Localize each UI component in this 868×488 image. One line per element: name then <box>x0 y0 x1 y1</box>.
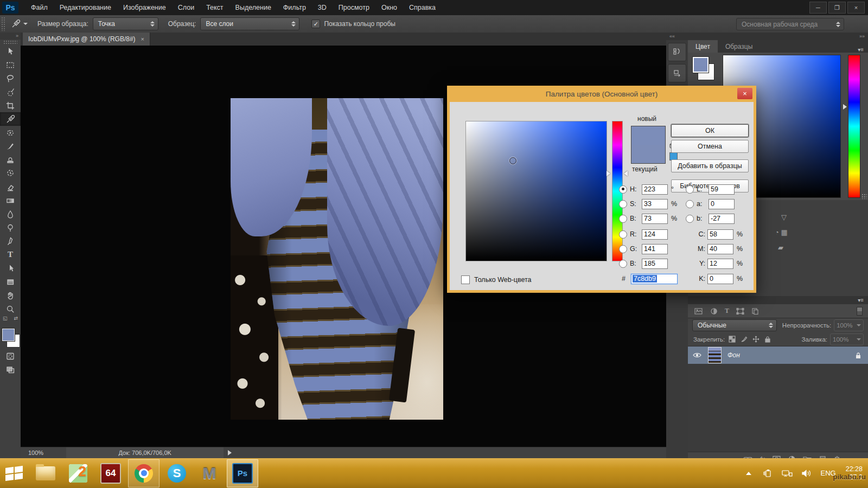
dock-collapse-right-icon[interactable]: »» <box>859 33 865 40</box>
clone-stamp-tool[interactable] <box>0 153 21 166</box>
taskbar-2gis[interactable]: 2 <box>63 460 93 487</box>
opacity-dropdown[interactable]: 100% <box>834 319 864 331</box>
filter-smart-objects-icon[interactable] <box>751 307 759 315</box>
network-icon[interactable] <box>782 470 793 477</box>
panel-resize-grip[interactable] <box>861 194 867 199</box>
eyedropper-tool[interactable] <box>0 112 21 126</box>
move-tool[interactable] <box>0 44 21 58</box>
l-radio[interactable] <box>686 185 694 194</box>
panel-menu-icon[interactable]: ▾≡ <box>858 47 864 53</box>
panel-hue-marker[interactable] <box>843 104 847 110</box>
bb-input[interactable] <box>709 214 735 224</box>
menu-image[interactable]: Изображение <box>117 0 172 15</box>
spot-healing-brush-tool[interactable] <box>0 126 21 139</box>
start-button[interactable] <box>0 458 28 488</box>
lasso-tool[interactable] <box>0 72 21 85</box>
rectangular-marquee-tool[interactable] <box>0 58 21 72</box>
lock-all-icon[interactable] <box>764 336 771 343</box>
clock[interactable]: 22:28 27.0 pikabu.ru <box>846 465 863 481</box>
dock-collapse-left-icon[interactable]: «« <box>669 33 675 40</box>
layer-row-background[interactable]: Фон <box>688 346 868 364</box>
k-input[interactable] <box>707 274 733 284</box>
l-input[interactable] <box>709 184 735 195</box>
menu-layers[interactable]: Слои <box>172 0 200 15</box>
adjustment-gradient-icon[interactable]: ▰ <box>778 243 783 252</box>
h-input[interactable] <box>642 184 668 195</box>
layer-thumbnail[interactable] <box>708 347 722 363</box>
fill-dropdown[interactable]: 100% <box>830 333 864 345</box>
lock-pixels-icon[interactable] <box>741 336 748 343</box>
c-input[interactable] <box>707 229 733 240</box>
status-arrow-icon[interactable] <box>228 450 232 455</box>
g-input[interactable] <box>642 244 668 254</box>
adjustment-triangle-icon[interactable]: ▽ <box>781 213 787 221</box>
quick-selection-tool[interactable] <box>0 85 21 99</box>
color-field[interactable] <box>465 121 607 261</box>
adjustment-circle-icon[interactable]: ◔ ▦ <box>775 228 788 236</box>
m-input[interactable] <box>707 244 733 254</box>
taskbar-miranda[interactable]: M <box>194 460 225 487</box>
eraser-tool[interactable] <box>0 180 21 194</box>
type-tool[interactable]: T <box>0 248 21 261</box>
default-swap-colors-icons[interactable]: ◱⇄ <box>0 316 21 323</box>
layer-filtering-toggle[interactable] <box>857 307 863 316</box>
workspace-dropdown[interactable]: Основная рабочая среда <box>736 18 844 30</box>
lock-position-icon[interactable] <box>752 336 760 343</box>
sample-size-dropdown[interactable]: Точка <box>93 17 158 30</box>
rectangle-shape-tool[interactable] <box>0 275 21 288</box>
taskbar-aida64[interactable]: 64 <box>95 460 126 487</box>
r-input[interactable] <box>642 229 668 240</box>
web-only-checkbox[interactable] <box>461 275 470 284</box>
minimize-button[interactable]: ─ <box>809 2 827 14</box>
b-radio[interactable] <box>619 215 627 223</box>
tools-collapse-arrows[interactable]: » <box>0 33 21 40</box>
gradient-tool[interactable] <box>0 194 21 207</box>
cancel-button[interactable]: Отмена <box>671 140 749 153</box>
quick-mask-button[interactable] <box>0 349 21 363</box>
taskbar-photoshop[interactable]: Ps <box>227 459 258 487</box>
b2-radio[interactable] <box>619 260 627 268</box>
history-brush-tool[interactable] <box>0 166 21 180</box>
add-to-swatches-button[interactable]: Добавить в образцы <box>671 159 749 172</box>
menu-edit[interactable]: Редактирование <box>54 0 117 15</box>
b2-input[interactable] <box>642 259 668 269</box>
panel-hue-slider[interactable] <box>848 55 860 198</box>
zoom-tool[interactable] <box>0 302 21 316</box>
menu-view[interactable]: Просмотр <box>333 0 375 15</box>
filter-pixel-layers-icon[interactable] <box>694 307 703 315</box>
path-selection-tool[interactable] <box>0 261 21 275</box>
blend-mode-dropdown[interactable]: Обычные <box>692 319 777 331</box>
taskbar-skype[interactable]: S <box>162 460 192 487</box>
filter-type-layers-icon[interactable]: T <box>725 307 729 315</box>
show-ring-checkbox[interactable]: ✓ <box>311 20 320 28</box>
taskbar-file-explorer[interactable] <box>30 460 61 487</box>
ok-button[interactable]: ОК <box>671 124 749 137</box>
bb-radio[interactable] <box>686 215 694 223</box>
crop-tool[interactable] <box>0 99 21 112</box>
tab-swatches[interactable]: Образцы <box>718 40 760 53</box>
filter-shape-layers-icon[interactable] <box>736 307 744 315</box>
g-radio[interactable] <box>619 245 627 253</box>
document-tab[interactable]: IobDiUMvPxw.jpg @ 100% (RGB/8#) × <box>23 33 150 46</box>
a-input[interactable] <box>709 199 735 209</box>
hue-marker-left-icon[interactable] <box>607 171 610 176</box>
battery-icon[interactable] <box>763 470 773 477</box>
taskbar-chrome[interactable] <box>128 459 159 487</box>
sample-dropdown[interactable]: Все слои <box>200 17 299 30</box>
tab-color[interactable]: Цвет <box>688 40 718 53</box>
menu-filter[interactable]: Фильтр <box>277 0 312 15</box>
s-input[interactable] <box>642 199 668 209</box>
menu-help[interactable]: Справка <box>403 0 442 15</box>
blur-tool[interactable] <box>0 207 21 221</box>
dodge-tool[interactable] <box>0 221 21 234</box>
b-input[interactable] <box>642 214 668 224</box>
color-field-marker[interactable] <box>509 157 516 164</box>
brush-tool[interactable] <box>0 139 21 153</box>
restore-button[interactable]: ❐ <box>828 2 846 14</box>
eyedropper-tool-preview[interactable] <box>10 19 28 29</box>
properties-panel-icon[interactable] <box>668 64 686 82</box>
screen-mode-button[interactable] <box>0 363 21 376</box>
hidden-icons-arrow[interactable] <box>746 472 751 475</box>
h-radio[interactable] <box>619 185 627 194</box>
hue-marker-right-icon[interactable] <box>624 171 628 176</box>
